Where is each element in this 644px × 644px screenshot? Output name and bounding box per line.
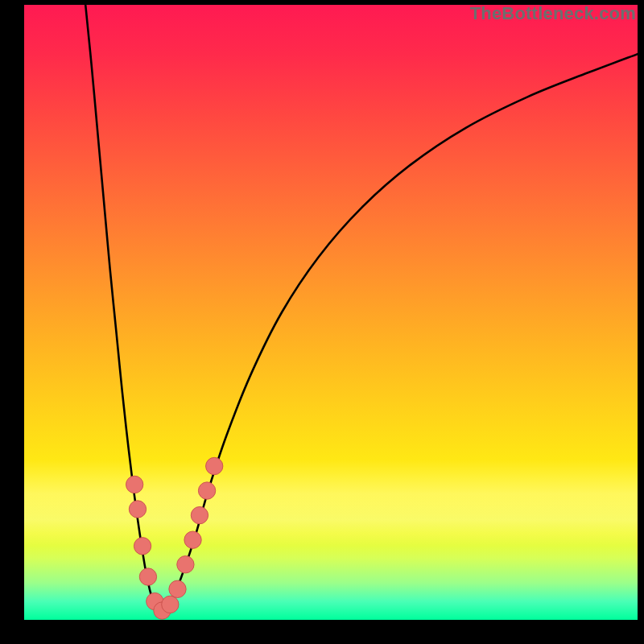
data-marker <box>177 556 194 573</box>
curve-right <box>159 54 638 617</box>
data-marker <box>184 531 201 548</box>
chart-frame: TheBottleneck.com <box>0 0 644 644</box>
data-marker <box>139 568 156 585</box>
data-marker <box>198 482 215 499</box>
data-marker <box>206 457 223 474</box>
plot-area <box>24 5 638 620</box>
data-marker <box>134 538 151 555</box>
data-marker <box>154 602 171 619</box>
data-marker <box>147 592 163 609</box>
curve-layer <box>24 5 638 620</box>
data-marker <box>162 596 179 613</box>
data-marker <box>126 476 142 493</box>
data-marker <box>169 580 186 597</box>
curve-left <box>85 5 159 617</box>
haze-band <box>24 460 638 546</box>
data-marker <box>191 506 208 523</box>
watermark-text: TheBottleneck.com <box>470 3 636 24</box>
data-marker <box>129 501 146 518</box>
marker-group <box>126 457 222 619</box>
